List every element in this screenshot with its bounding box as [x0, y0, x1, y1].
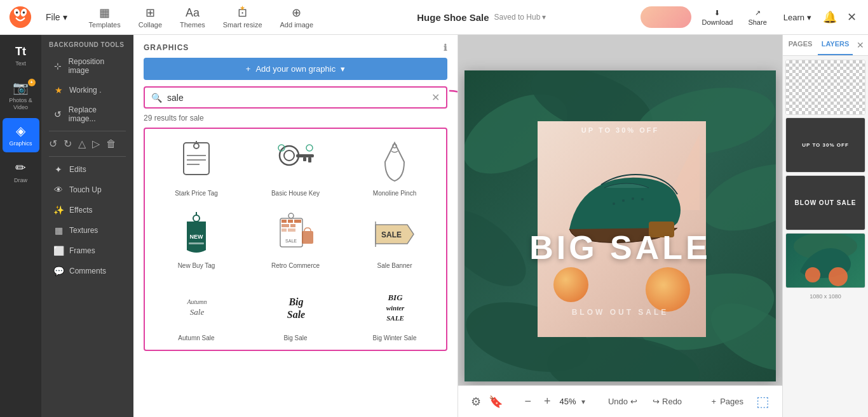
- graphic-item-basic-house-key[interactable]: Basic House Key: [248, 133, 343, 201]
- svg-point-3: [16, 11, 18, 14]
- graphic-item-big-sale[interactable]: Big Sale Big Sale: [248, 277, 343, 346]
- learn-button[interactable]: Learn ▾: [777, 9, 818, 26]
- collage-icon: ⊞: [146, 6, 155, 20]
- svg-point-13: [284, 150, 294, 161]
- reposition-image-tool[interactable]: ⊹ Reposition image: [45, 52, 130, 80]
- add-image-tool[interactable]: ⊕ Add image: [271, 3, 323, 31]
- graphic-item-stark-price-tag[interactable]: Stark Price Tag: [149, 133, 244, 201]
- close-panel-button[interactable]: ✕: [853, 35, 868, 55]
- tab-layers[interactable]: LAYERS: [818, 35, 853, 55]
- layer-item[interactable]: UP TO 30% OFF: [785, 117, 865, 173]
- text-icon: Tt: [15, 45, 26, 58]
- svg-rect-33: [288, 228, 295, 232]
- graphic-thumb: BIG winter SALE: [369, 281, 420, 332]
- graphics-panel: GRAPHICS ℹ + Add your own graphic ▾ 🔍 ✕ …: [133, 35, 458, 417]
- settings-icon[interactable]: ⚙: [471, 395, 481, 409]
- svg-rect-30: [281, 224, 289, 227]
- graphic-item-new-buy-tag[interactable]: NEW New Buy Tag: [149, 205, 244, 274]
- close-button[interactable]: ✕: [842, 8, 862, 27]
- basic-house-key-icon: [275, 142, 316, 183]
- graphic-item-autumn-sale[interactable]: Autumn Sale Autumn Sale: [149, 277, 244, 346]
- bookmark-icon[interactable]: 🔖: [489, 395, 503, 409]
- graphic-label: New Buy Tag: [178, 262, 215, 270]
- frames-tool[interactable]: ⬜ Frames: [45, 241, 130, 261]
- layer-item[interactable]: [785, 60, 865, 115]
- graphics-grid-highlight: Stark Price Tag: [144, 128, 447, 351]
- delete-icon[interactable]: 🗑: [106, 138, 116, 150]
- add-own-graphic-button[interactable]: + Add your own graphic ▾: [144, 58, 447, 80]
- results-count: 29 results for sale: [133, 114, 458, 128]
- graphic-item-big-winter-sale[interactable]: BIG winter SALE Big Winter Sale: [347, 277, 442, 346]
- undo-icon: ↩: [630, 397, 637, 406]
- sidebar-item-photos[interactable]: 📷 Photos & Video +: [3, 75, 39, 116]
- layer-item[interactable]: BLOW OUT SALE: [785, 175, 865, 230]
- pages-button[interactable]: + Pages: [705, 394, 750, 409]
- photos-icon: 📷: [13, 80, 29, 95]
- separator: [49, 156, 126, 157]
- right-panel: PAGES LAYERS ✕ UP TO 30% OFF BLOW OUT SA…: [782, 35, 868, 417]
- canvas-container[interactable]: UP TO 30% OFF BIG SALE BLOW OUT SALE: [465, 70, 776, 381]
- notifications-button[interactable]: 🔔: [823, 10, 837, 24]
- collage-tool[interactable]: ⊞ Collage: [130, 3, 171, 31]
- graphic-label: Autumn Sale: [178, 334, 214, 342]
- edits-tool[interactable]: ✦ Edits: [45, 159, 130, 180]
- rotate-right-icon[interactable]: ↻: [64, 138, 72, 150]
- graphic-label: Big Sale: [283, 334, 307, 342]
- graphic-thumb: Big Sale: [270, 281, 321, 332]
- graphic-label: Monoline Pinch: [373, 190, 416, 197]
- zoom-out-button[interactable]: −: [520, 394, 535, 409]
- graphic-item-retro-commerce[interactable]: SALE Retro Commerce: [248, 205, 343, 274]
- zoom-value[interactable]: 45%: [559, 397, 576, 406]
- working-tool[interactable]: ★ Working .: [45, 80, 130, 100]
- svg-point-26: [288, 213, 294, 218]
- themes-tool[interactable]: Aa Themes: [171, 4, 214, 31]
- touchup-tool[interactable]: 👁 Touch Up: [45, 180, 130, 200]
- layer-item[interactable]: [785, 233, 865, 288]
- sidebar-item-graphics[interactable]: ◈ Graphics: [3, 118, 39, 152]
- plus-icon: +: [246, 64, 251, 74]
- plus-badge: +: [28, 79, 36, 86]
- saved-to-hub[interactable]: Saved to Hub ▾: [494, 13, 546, 22]
- templates-tool[interactable]: ▦ Templates: [80, 3, 130, 31]
- search-input[interactable]: [167, 93, 426, 103]
- comments-tool[interactable]: 💬 Comments: [45, 261, 130, 281]
- replace-image-tool[interactable]: ↺ Replace image...: [45, 100, 130, 128]
- effects-tool[interactable]: ✨ Effects: [45, 200, 130, 220]
- redo-button[interactable]: ↪ Redo: [648, 394, 687, 409]
- graphic-thumb: SALE: [270, 209, 321, 260]
- download-button[interactable]: ⬇ Download: [696, 6, 738, 29]
- clear-search-button[interactable]: ✕: [431, 91, 440, 103]
- svg-point-62: [805, 267, 820, 282]
- graphic-item-sale-banner[interactable]: SALE Sale Banner: [347, 205, 442, 274]
- share-button[interactable]: ↗ Share: [743, 6, 771, 29]
- layer-thumb: BLOW OUT SALE: [786, 176, 865, 230]
- sidebar-item-text[interactable]: Tt Text: [3, 40, 39, 72]
- zoom-dropdown-icon[interactable]: ▾: [581, 397, 585, 406]
- reposition-icon: ⊹: [53, 61, 63, 71]
- user-avatar[interactable]: [641, 6, 691, 28]
- svg-rect-6: [184, 143, 209, 175]
- zoom-in-button[interactable]: +: [540, 394, 555, 409]
- sidebar-item-draw[interactable]: ✏ Draw: [3, 155, 39, 189]
- graphic-item-monoline-pinch[interactable]: Monoline Pinch: [347, 133, 442, 201]
- textures-tool[interactable]: ▦ Textures: [45, 220, 130, 241]
- mirror-icon[interactable]: ▷: [92, 138, 100, 150]
- bg-tools-header: Background Tools: [41, 35, 133, 52]
- layer-thumb: UP TO 30% OFF: [786, 118, 865, 172]
- svg-rect-28: [288, 220, 293, 223]
- collage-tool-wrap: ⊞ Collage: [130, 3, 171, 31]
- flip-icon[interactable]: △: [78, 138, 86, 150]
- app-logo[interactable]: [6, 3, 34, 31]
- monoline-pinch-icon: [379, 140, 410, 184]
- tab-pages[interactable]: PAGES: [783, 35, 818, 55]
- graphics-icon: ◈: [16, 123, 25, 138]
- svg-text:NEW: NEW: [190, 234, 204, 240]
- graphic-label: Stark Price Tag: [175, 190, 218, 197]
- layers-button[interactable]: ⬚: [756, 394, 770, 410]
- undo-button[interactable]: Undo ↩: [603, 394, 642, 409]
- layer-text: UP TO 30% OFF: [799, 140, 851, 150]
- file-menu[interactable]: File ▾: [39, 10, 74, 25]
- graphic-thumb: SALE: [369, 209, 420, 260]
- bottom-left: ⚙ 🔖: [471, 395, 503, 409]
- rotate-left-icon[interactable]: ↺: [49, 138, 57, 150]
